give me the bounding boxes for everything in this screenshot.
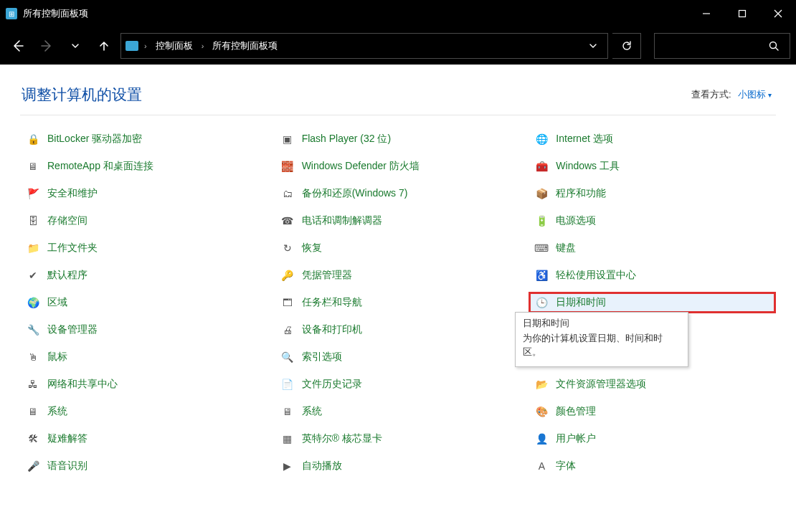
control-panel-item[interactable]: 🖥系统 — [275, 401, 522, 422]
item-label: 工作文件夹 — [47, 242, 98, 255]
control-panel-item[interactable]: 📁工作文件夹 — [20, 237, 267, 259]
item-icon: ↻ — [280, 241, 295, 255]
history-dropdown-button[interactable] — [63, 33, 87, 59]
control-panel-item[interactable]: A字体 — [529, 455, 776, 477]
content-area: 调整计算机的设置 查看方式: 小图标 🔒BitLocker 驱动器加密▣Flas… — [0, 65, 796, 532]
item-icon: ♿ — [534, 268, 549, 282]
control-panel-item[interactable]: 🧰Windows 工具 — [529, 156, 776, 177]
item-label: 电话和调制解调器 — [302, 214, 382, 227]
item-label: 凭据管理器 — [302, 269, 352, 282]
forward-button[interactable] — [34, 33, 59, 59]
search-input[interactable] — [654, 33, 790, 59]
breadcrumb-level1[interactable]: 控制面板 — [153, 38, 196, 54]
item-icon: 🗔 — [280, 295, 295, 310]
control-panel-item[interactable]: ✔默认程序 — [20, 265, 267, 286]
item-icon: ✔ — [26, 268, 40, 282]
control-panel-item[interactable]: 🎨颜色管理 — [529, 401, 776, 422]
item-label: 备份和还原(Windows 7) — [302, 187, 408, 200]
item-icon: 🔋 — [534, 214, 549, 228]
address-dropdown-button[interactable] — [589, 42, 603, 50]
item-label: 索引选项 — [302, 351, 342, 364]
control-panel-item[interactable]: ▦英特尔® 核芯显卡 — [275, 428, 522, 450]
control-panel-item[interactable]: 🎤语音识别 — [20, 455, 267, 477]
item-label: 疑难解答 — [47, 432, 87, 445]
control-panel-item[interactable]: ⌨键盘 — [529, 237, 776, 259]
item-label: 恢复 — [302, 242, 322, 255]
control-panel-item[interactable]: 🖱鼠标 — [20, 346, 267, 368]
item-label: 英特尔® 核芯显卡 — [302, 432, 382, 445]
control-panel-item[interactable]: 🖧网络和共享中心 — [20, 374, 267, 395]
up-button[interactable] — [92, 33, 116, 59]
item-icon: 🗂 — [280, 186, 295, 201]
app-icon: ⊞ — [6, 8, 17, 19]
minimize-button[interactable] — [688, 0, 724, 27]
item-icon: 🖨 — [280, 323, 295, 337]
back-button[interactable] — [6, 33, 30, 59]
control-panel-item[interactable]: 🔋电源选项 — [529, 210, 776, 232]
control-panel-item[interactable]: 🗂备份和还原(Windows 7) — [275, 183, 522, 204]
tooltip-title: 日期和时间 — [523, 317, 681, 331]
tooltip-body: 为你的计算机设置日期、时间和时区。 — [523, 332, 681, 359]
item-icon: 🧰 — [534, 159, 549, 174]
item-icon: 🖧 — [26, 377, 40, 391]
control-panel-item[interactable]: 🔍索引选项 — [275, 346, 522, 368]
refresh-button[interactable] — [612, 33, 641, 59]
control-panel-item[interactable]: 📦程序和功能 — [529, 183, 776, 204]
control-panel-item[interactable]: ♿轻松使用设置中心 — [529, 265, 776, 286]
item-icon: 👤 — [534, 432, 549, 446]
control-panel-item[interactable]: 🗄存储空间 — [20, 210, 267, 232]
item-icon: 🖥 — [26, 159, 40, 174]
item-label: 文件资源管理器选项 — [556, 378, 646, 391]
control-panel-item[interactable]: 🖥RemoteApp 和桌面连接 — [20, 156, 267, 177]
control-panel-item[interactable]: 👤用户帐户 — [529, 428, 776, 450]
view-by-dropdown[interactable]: 小图标 — [738, 89, 772, 100]
item-icon: 🌍 — [26, 295, 40, 310]
item-icon: 🖥 — [26, 404, 40, 419]
item-label: Windows 工具 — [556, 160, 620, 173]
control-panel-item[interactable]: 🖥系统 — [20, 401, 267, 422]
control-panel-item[interactable]: ▶自动播放 — [275, 455, 522, 477]
control-panel-item[interactable]: ↻恢复 — [275, 237, 522, 259]
item-icon: 🎤 — [26, 459, 40, 473]
items-grid: 🔒BitLocker 驱动器加密▣Flash Player (32 位)🌐Int… — [20, 128, 776, 477]
control-panel-item[interactable]: 🛠疑难解答 — [20, 428, 267, 450]
control-panel-item[interactable]: 🔒BitLocker 驱动器加密 — [20, 128, 267, 150]
item-label: 用户帐户 — [556, 432, 596, 445]
divider — [20, 115, 776, 115]
item-label: 系统 — [302, 405, 322, 418]
control-panel-icon — [125, 41, 138, 51]
control-panel-item[interactable]: 🔧设备管理器 — [20, 319, 267, 341]
control-panel-item[interactable]: ☎电话和调制解调器 — [275, 210, 522, 232]
item-icon: 🔒 — [26, 132, 40, 146]
control-panel-item[interactable]: 🖨设备和打印机 — [275, 319, 522, 341]
item-icon: 📦 — [534, 186, 549, 201]
item-label: 文件历史记录 — [302, 378, 362, 391]
item-icon: 🕒 — [534, 295, 549, 310]
maximize-button[interactable] — [724, 0, 760, 27]
view-by: 查看方式: 小图标 — [691, 88, 772, 101]
item-label: BitLocker 驱动器加密 — [47, 133, 142, 146]
control-panel-item[interactable]: 🚩安全和维护 — [20, 183, 267, 204]
item-icon: ☎ — [280, 214, 295, 228]
control-panel-item[interactable]: 🗔任务栏和导航 — [275, 292, 522, 313]
breadcrumb-level2[interactable]: 所有控制面板项 — [209, 38, 280, 54]
control-panel-item[interactable]: 🌐Internet 选项 — [529, 128, 776, 150]
control-panel-item[interactable]: 🧱Windows Defender 防火墙 — [275, 156, 522, 177]
control-panel-item[interactable]: 📄文件历史记录 — [275, 374, 522, 395]
control-panel-item[interactable]: 🔑凭据管理器 — [275, 265, 522, 286]
item-label: 安全和维护 — [47, 187, 98, 200]
item-label: 区域 — [47, 296, 67, 309]
item-icon: ⌨ — [534, 241, 549, 255]
item-icon: 📁 — [26, 241, 40, 255]
close-button[interactable] — [760, 0, 796, 27]
item-label: 键盘 — [556, 242, 576, 255]
item-label: RemoteApp 和桌面连接 — [47, 160, 153, 173]
item-label: 设备和打印机 — [302, 323, 362, 336]
control-panel-item[interactable]: 🌍区域 — [20, 292, 267, 313]
address-bar[interactable]: › 控制面板 › 所有控制面板项 — [120, 33, 608, 59]
control-panel-item[interactable]: 🕒日期和时间 — [529, 292, 776, 313]
item-label: 系统 — [47, 405, 67, 418]
control-panel-item[interactable]: ▣Flash Player (32 位) — [275, 128, 522, 150]
item-icon: 🔧 — [26, 323, 40, 337]
control-panel-item[interactable]: 📂文件资源管理器选项 — [529, 374, 776, 395]
